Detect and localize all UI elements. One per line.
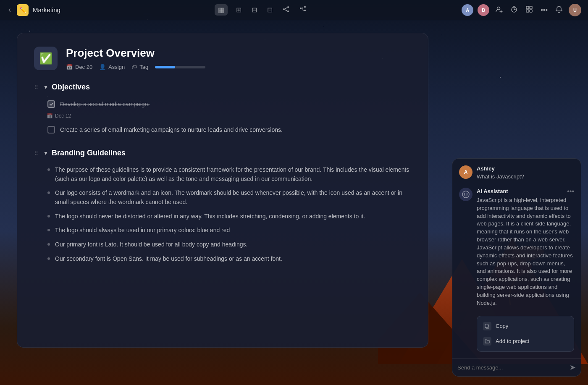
objectives-section: ⠿ ▼ Objectives Develop a social media ca… (34, 83, 411, 137)
ai-more-icon[interactable]: ••• (567, 188, 574, 195)
project-icon: ✅ (34, 47, 58, 70)
layout-icon[interactable] (524, 4, 535, 16)
chat-panel: A Ashley What is Javascript? (445, 20, 588, 385)
chat-card: A Ashley What is Javascript? (452, 158, 581, 377)
bullet-dot-6 (47, 257, 50, 260)
table-icon[interactable]: ⊡ (265, 4, 274, 16)
bullet-text-5: Our primary font is Lato. It should be u… (55, 240, 247, 249)
timer-icon[interactable] (509, 4, 520, 16)
branding-section: ⠿ ▼ Branding Guidelines The purpose of t… (34, 149, 411, 266)
ai-context-menu: Copy Add to project (477, 316, 574, 352)
app-title: Marketing (33, 6, 60, 13)
avatar-1[interactable]: A (462, 4, 473, 16)
tag-label: Tag (139, 64, 148, 70)
ai-avatar (459, 188, 472, 201)
bullet-dot-1 (47, 168, 50, 171)
copy-label: Copy (496, 323, 508, 329)
assign-meta[interactable]: 👤 Assign (99, 64, 125, 70)
project-meta: 📅 Dec 20 👤 Assign 🏷 Tag (66, 64, 411, 70)
svg-point-5 (287, 10, 289, 12)
ai-response-text: JavaScript is a high-level, interpreted … (477, 196, 574, 307)
logo-emoji: ✏️ (19, 7, 26, 13)
branding-title: Branding Guidelines (52, 149, 126, 157)
bullet-item-3: The logo should never be distorted or al… (34, 210, 411, 223)
svg-rect-29 (485, 324, 488, 327)
app-logo: ✏️ (17, 4, 29, 16)
bullet-text-4: The logo should always be used in our pr… (55, 226, 230, 235)
stack-icon[interactable]: ▦ (215, 4, 228, 16)
branding-header: ⠿ ▼ Branding Guidelines (34, 149, 411, 157)
chat-messages: A Ashley What is Javascript? (452, 159, 581, 358)
add-project-menu-item[interactable]: Add to project (477, 334, 574, 349)
bullet-dot-5 (47, 243, 50, 246)
bullet-dot-3 (47, 215, 50, 217)
calendar-meta-icon: 📅 (66, 64, 73, 70)
check-emoji: ✅ (39, 52, 52, 65)
more-options-icon[interactable]: ••• (539, 5, 549, 16)
ai-message: AI Assistant ••• JavaScript is a high-le… (459, 188, 574, 307)
svg-rect-21 (526, 6, 529, 9)
back-button[interactable]: ‹ (7, 4, 13, 16)
svg-rect-24 (530, 10, 532, 12)
avatar-2[interactable]: B (478, 4, 489, 16)
drag-handle-objectives[interactable]: ⠿ (34, 84, 38, 91)
bullet-item-4: The logo should always be used in our pr… (34, 224, 411, 237)
ai-header: AI Assistant ••• (477, 188, 574, 195)
document-card: ✅ Project Overview 📅 Dec 20 👤 Assign (17, 33, 428, 348)
columns-icon[interactable]: ⊞ (234, 4, 243, 16)
objectives-title: Objectives (52, 83, 90, 92)
share-nodes-icon[interactable] (281, 4, 291, 16)
bullet-dot-4 (47, 229, 50, 231)
structure-icon[interactable] (298, 4, 308, 16)
bullet-text-1: The purpose of these guidelines is to pr… (55, 165, 411, 183)
svg-rect-8 (300, 8, 302, 9)
add-person-icon[interactable] (494, 4, 504, 16)
bullet-text-3: The logo should never be distorted or al… (55, 212, 365, 221)
date-value: Dec 20 (75, 64, 92, 70)
calendar-icon[interactable]: ⊟ (250, 4, 259, 16)
copy-menu-item[interactable]: Copy (477, 319, 574, 334)
chat-input-area: ➤ (452, 358, 581, 376)
user-avatar[interactable]: U (569, 4, 581, 16)
drag-handle-branding[interactable]: ⠿ (34, 150, 38, 157)
task-checkbox-1[interactable] (47, 100, 55, 108)
copy-icon (483, 322, 491, 330)
task-item: Develop a social media campaign. (34, 97, 411, 111)
task-checkbox-2[interactable] (47, 126, 55, 134)
project-info: Project Overview 📅 Dec 20 👤 Assign 🏷 (66, 47, 411, 70)
collapse-objectives[interactable]: ▼ (43, 84, 48, 90)
user-name: Ashley (477, 165, 574, 172)
nav-right: A B ••• (462, 4, 581, 16)
svg-rect-23 (526, 10, 529, 12)
date-meta[interactable]: 📅 Dec 20 (66, 64, 92, 70)
tag-meta[interactable]: 🏷 Tag (131, 64, 148, 70)
document-panel: ✅ Project Overview 📅 Dec 20 👤 Assign (0, 20, 445, 385)
svg-point-26 (464, 193, 465, 194)
user-avatar-chat: A (459, 165, 472, 179)
collapse-branding[interactable]: ▼ (43, 150, 48, 156)
task-date-icon: 📅 (47, 113, 53, 119)
bullet-item-2: Our logo consists of a wordmark and an i… (34, 186, 411, 209)
folder-icon (483, 337, 491, 346)
svg-line-7 (285, 10, 287, 11)
task-date-1: 📅 Dec 12 (47, 113, 411, 119)
svg-line-6 (285, 8, 287, 9)
svg-point-27 (467, 193, 468, 194)
user-message: A Ashley What is Javascript? (459, 165, 574, 181)
bell-icon[interactable] (554, 4, 564, 16)
objectives-header: ⠿ ▼ Objectives (34, 83, 411, 92)
ai-message-content: AI Assistant ••• JavaScript is a high-le… (477, 188, 574, 307)
svg-point-25 (462, 191, 469, 198)
chat-input[interactable] (457, 364, 566, 371)
send-button[interactable]: ➤ (570, 363, 576, 372)
assign-icon: 👤 (99, 64, 106, 70)
progress-fill (155, 66, 175, 68)
user-message-content: Ashley What is Javascript? (477, 165, 574, 181)
bullet-item-5: Our primary font is Lato. It should be u… (34, 238, 411, 251)
bullet-item-1: The purpose of these guidelines is to pr… (34, 163, 411, 186)
user-message-text: What is Javascript? (477, 173, 574, 181)
bullet-text-2: Our logo consists of a wordmark and an i… (55, 189, 411, 207)
project-header: ✅ Project Overview 📅 Dec 20 👤 Assign (34, 47, 411, 70)
svg-rect-10 (304, 10, 306, 11)
bullet-dot-2 (47, 191, 50, 194)
